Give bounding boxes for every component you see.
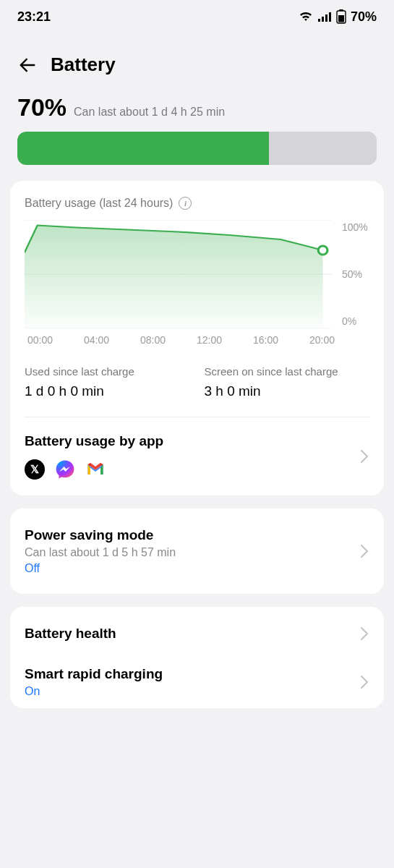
x-tick: 04:00 [84,334,109,346]
battery-chart[interactable]: 100% 50% 0% [25,220,369,328]
usage-title: Battery usage (last 24 hours) [25,197,173,210]
gmail-app-icon [85,459,106,480]
power-saving-card: Power saving mode Can last about 1 d 5 h… [10,509,384,594]
used-since-value: 1 d 0 h 0 min [25,383,190,399]
x-tick: 12:00 [197,334,222,346]
back-icon[interactable] [17,55,38,75]
screen-on-value: 3 h 0 min [205,383,370,399]
svg-rect-2 [325,14,327,22]
y-tick: 100% [342,221,369,233]
by-app-title: Battery usage by app [25,433,163,449]
status-bar: 23:21 70% [0,0,394,33]
smart-rapid-row[interactable]: Smart rapid charging On [25,663,369,701]
y-tick: 0% [342,315,369,327]
chevron-right-icon [359,626,369,642]
chart-y-axis: 100% 50% 0% [339,220,369,328]
x-app-icon: 𝕏 [25,459,45,480]
bottom-card: Battery health Smart rapid charging On [10,607,384,708]
power-saving-row[interactable]: Power saving mode Can last about 1 d 5 h… [25,524,369,578]
messenger-app-icon [55,459,75,480]
x-tick: 00:00 [27,334,53,346]
wifi-icon [299,11,313,22]
svg-point-10 [318,246,327,255]
power-saving-sub: Can last about 1 d 5 h 57 min [25,546,176,559]
battery-icon [336,9,346,24]
battery-chart-svg [25,220,332,328]
y-tick: 50% [342,268,369,280]
smart-rapid-status: On [25,685,163,698]
info-icon[interactable]: i [179,197,192,210]
battery-percent: 70% [17,93,67,122]
status-time: 23:21 [17,9,51,25]
battery-bar [17,132,377,165]
usage-card: Battery usage (last 24 hours) i 100% 50%… [10,181,384,495]
page-title: Battery [51,54,116,76]
smart-rapid-title: Smart rapid charging [25,666,163,682]
x-tick: 20:00 [309,334,335,346]
chart-x-axis: 00:00 04:00 08:00 12:00 16:00 20:00 [25,328,369,346]
battery-health-row[interactable]: Battery health [25,623,369,644]
battery-bar-fill [17,132,269,165]
signal-icon [317,11,332,22]
battery-summary: 70% Can last about 1 d 4 h 25 min [0,93,394,181]
status-battery-pct: 70% [351,9,377,25]
chevron-right-icon [359,448,369,464]
chevron-right-icon [359,543,369,559]
svg-rect-6 [338,15,344,22]
chevron-right-icon [359,674,369,690]
page-header: Battery [0,33,394,93]
screen-on-label: Screen on since last charge [205,365,370,379]
x-tick: 16:00 [253,334,278,346]
svg-rect-0 [318,19,320,22]
power-saving-status: Off [25,562,176,575]
svg-rect-1 [322,17,324,22]
battery-usage-by-app-row[interactable]: Battery usage by app 𝕏 [25,417,369,480]
power-saving-title: Power saving mode [25,527,176,543]
used-since-label: Used since last charge [25,365,190,379]
svg-rect-3 [329,12,331,22]
battery-health-title: Battery health [25,626,116,642]
x-tick: 08:00 [140,334,166,346]
battery-estimate: Can last about 1 d 4 h 25 min [74,106,225,119]
